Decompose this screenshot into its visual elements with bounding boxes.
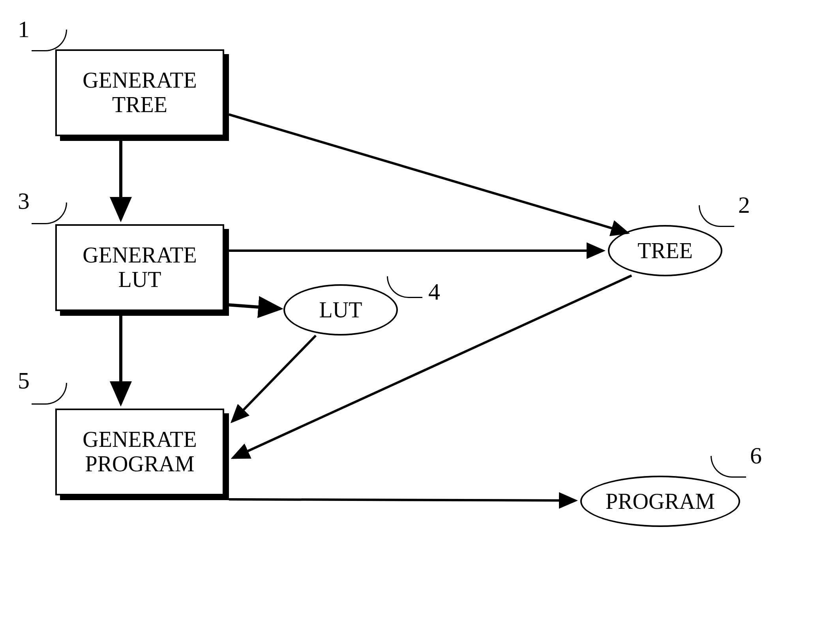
ref-tick: [387, 276, 422, 298]
edge-box1-tree: [229, 114, 628, 233]
ref-tick: [32, 30, 67, 51]
ref-label-4: 4: [428, 278, 440, 306]
ref-tick: [711, 456, 746, 478]
edge-box5-program: [229, 499, 576, 501]
edge-box3-lut: [227, 305, 280, 309]
data-tree: TREE: [608, 225, 722, 276]
process-generate-program: GENERATE PROGRAM: [55, 409, 224, 495]
ref-label-6: 6: [750, 442, 762, 469]
ref-label-5: 5: [18, 367, 30, 394]
data-lut: LUT: [283, 284, 398, 336]
ref-tick: [32, 383, 67, 405]
data-program: PROGRAM: [580, 476, 740, 527]
ref-label-3: 3: [18, 188, 30, 215]
edge-lut-box5: [232, 336, 316, 422]
process-generate-lut: GENERATE LUT: [55, 224, 224, 311]
ref-tick: [32, 202, 67, 224]
flow-diagram: GENERATE TREE 1 GENERATE LUT 3 GENERATE …: [0, 0, 840, 630]
ref-label-1: 1: [18, 16, 30, 43]
ref-label-2: 2: [738, 191, 750, 219]
ref-tick: [699, 205, 734, 227]
process-generate-tree: GENERATE TREE: [55, 49, 224, 136]
